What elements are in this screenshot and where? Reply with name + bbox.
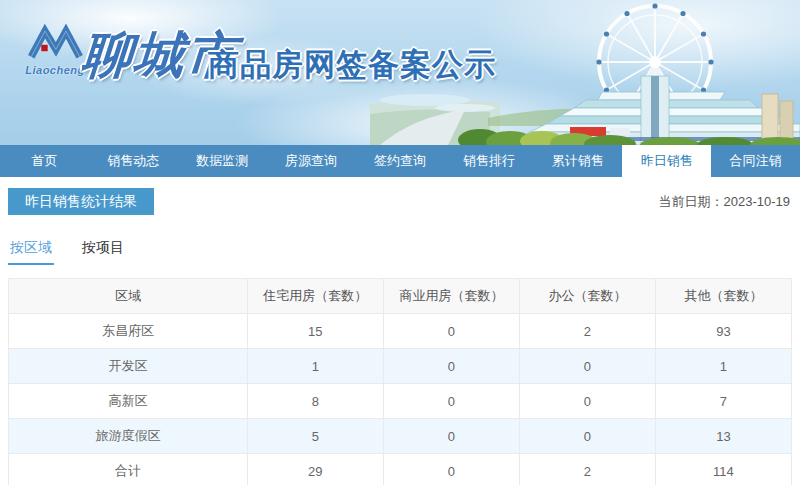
value-cell: 7 [655,384,791,419]
nav-item-7[interactable]: 昨日销售 [622,145,711,177]
value-cell: 1 [655,349,791,384]
table-header-row: 区域住宅用房（套数）商业用房（套数）办公（套数）其他（套数） [9,279,792,314]
table-row: 高新区8007 [9,384,792,419]
nav-item-6[interactable]: 累计销售 [533,145,622,177]
value-cell: 0 [383,454,519,485]
site-header: Liaocheng 聊城市 商品房网签备案公示 [0,0,800,145]
region-cell: 东昌府区 [9,314,248,349]
value-cell: 0 [383,349,519,384]
value-cell: 13 [655,419,791,454]
value-cell: 0 [519,384,655,419]
nav-item-1[interactable]: 销售动态 [89,145,178,177]
sales-stats-table: 区域住宅用房（套数）商业用房（套数）办公（套数）其他（套数） 东昌府区15029… [8,278,792,485]
column-header-1: 住宅用房（套数） [247,279,383,314]
table-body: 东昌府区150293开发区1001高新区8007旅游度假区50013合计2902… [9,314,792,485]
column-header-0: 区域 [9,279,248,314]
value-cell: 0 [383,419,519,454]
view-tabs: 按区域按项目 [10,239,790,265]
section-header: 昨日销售统计结果 当前日期：2023-10-19 [8,188,792,215]
value-cell: 114 [655,454,791,485]
current-date-label: 当前日期：2023-10-19 [659,193,793,211]
value-cell: 5 [247,419,383,454]
value-cell: 0 [383,314,519,349]
column-header-4: 其他（套数） [655,279,791,314]
table-row: 开发区1001 [9,349,792,384]
value-cell: 0 [519,349,655,384]
value-cell: 2 [519,454,655,485]
region-cell: 旅游度假区 [9,419,248,454]
column-header-3: 办公（套数） [519,279,655,314]
view-tab-0[interactable]: 按区域 [10,239,52,265]
table-row: 旅游度假区50013 [9,419,792,454]
nav-item-5[interactable]: 销售排行 [444,145,533,177]
content-area: 昨日销售统计结果 当前日期：2023-10-19 按区域按项目 区域住宅用房（套… [0,177,800,485]
view-tab-1[interactable]: 按项目 [82,239,124,265]
logo-brand-text: Liaocheng [20,64,90,76]
value-cell: 1 [247,349,383,384]
nav-item-3[interactable]: 房源查询 [267,145,356,177]
table-row: 合计2902114 [9,454,792,485]
nav-item-0[interactable]: 首页 [0,145,89,177]
column-header-2: 商业用房（套数） [383,279,519,314]
value-cell: 15 [247,314,383,349]
value-cell: 93 [655,314,791,349]
nav-item-2[interactable]: 数据监测 [178,145,267,177]
site-logo: Liaocheng [20,22,90,76]
value-cell: 29 [247,454,383,485]
liaocheng-m-logo-icon [27,22,83,64]
nav-item-4[interactable]: 签约查询 [356,145,445,177]
value-cell: 2 [519,314,655,349]
region-cell: 高新区 [9,384,248,419]
value-cell: 8 [247,384,383,419]
site-title-main: 商品房网签备案公示 [208,44,496,86]
section-title-badge: 昨日销售统计结果 [8,188,154,215]
region-cell: 开发区 [9,349,248,384]
main-nav: 首页销售动态数据监测房源查询签约查询销售排行累计销售昨日销售合同注销 [0,145,800,177]
nav-item-8[interactable]: 合同注销 [711,145,800,177]
region-cell: 合计 [9,454,248,485]
value-cell: 0 [519,419,655,454]
table-row: 东昌府区150293 [9,314,792,349]
value-cell: 0 [383,384,519,419]
